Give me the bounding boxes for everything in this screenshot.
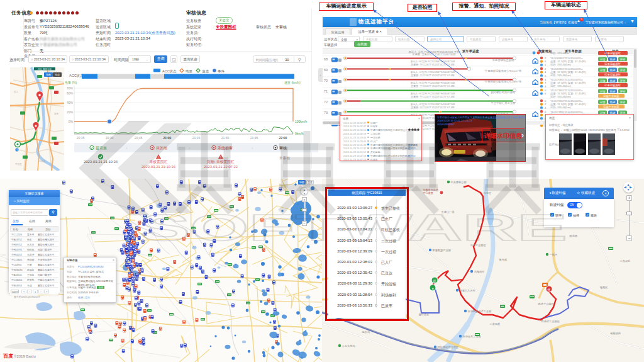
svg-text:五虎山一道: 五虎山一道 [441,210,455,213]
svg-text:西来峰工业园区: 西来峰工业园区 [541,320,560,323]
svg-text:二东农机: 二东农机 [620,259,631,263]
svg-text:庆华能源经济工业园: 庆华能源经济工业园 [468,310,492,313]
svg-text:乌达工业园区: 乌达工业园区 [470,244,487,247]
svg-text:银根热电: 银根热电 [610,332,622,335]
svg-text:一线天: 一线天 [550,253,558,256]
svg-text:起: 起 [433,279,436,283]
svg-text:西卓子山煤区: 西卓子山煤区 [538,302,555,305]
svg-text:乌达区: 乌达区 [484,191,492,195]
svg-text:百度: 百度 [3,353,13,359]
svg-text:●: ● [431,286,433,290]
svg-text:海南区: 海南区 [600,286,608,289]
svg-text:中央森林公园: 中央森林公园 [451,181,467,184]
svg-text:乌海西站: 乌海西站 [474,270,486,273]
svg-text:©2019 Baidu: ©2019 Baidu [14,354,36,358]
svg-text:乌海九九天站: 乌海九九天站 [460,289,476,292]
svg-text:终: 终 [548,288,551,291]
